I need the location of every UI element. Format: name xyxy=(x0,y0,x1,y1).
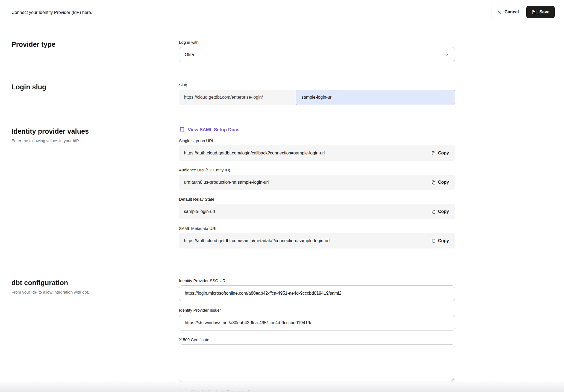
login-slug-heading: Login slug xyxy=(11,83,179,91)
cancel-button-label: Cancel xyxy=(504,10,519,14)
slug-url-prefix: https://cloud.getdbt.com/enterprise-logi… xyxy=(179,90,296,105)
provider-type-heading: Provider type xyxy=(11,40,179,48)
copy-saml-metadata-button[interactable]: Copy xyxy=(430,237,450,245)
provider-type-section: Provider type Log in with Okta xyxy=(11,40,564,62)
header-actions: Cancel Save xyxy=(492,6,555,18)
sign-authn-label: Sign SAML AuthnRequest xyxy=(191,390,244,392)
slug-field-group: https://cloud.getdbt.com/enterprise-logi… xyxy=(179,90,455,105)
saml-metadata-value: https://auth.cloud.getdbt.com/samlp/meta… xyxy=(184,238,330,243)
save-button-label: Save xyxy=(539,10,550,14)
copy-audience-uri-button[interactable]: Copy xyxy=(430,178,450,187)
certificate-label: X.509 Certificate xyxy=(179,337,455,342)
audience-uri-label: Audience URI (SP Entity ID) xyxy=(179,168,455,172)
login-with-label: Log in with xyxy=(179,40,455,45)
dbt-configuration-section: dbt configuration From your IdP to allow… xyxy=(11,278,564,392)
certificate-textarea[interactable] xyxy=(179,344,455,382)
idp-issuer-group: Identity Provider Issuer xyxy=(179,308,455,331)
help-icon[interactable] xyxy=(246,390,252,392)
save-button[interactable]: Save xyxy=(526,6,555,18)
sso-url-value: https://auth.cloud.getdbt.com/login/call… xyxy=(184,151,325,156)
identity-provider-values-section: Identity provider values Enter the follo… xyxy=(11,127,564,255)
slug-label: Slug xyxy=(179,83,455,87)
copy-icon xyxy=(431,209,436,214)
idp-sso-url-label: Identity Provider SSO URL xyxy=(179,278,455,283)
docs-link-label: View SAML Setup Docs xyxy=(188,127,239,133)
certificate-group: X.509 Certificate xyxy=(179,337,455,382)
audience-uri-field-group: Audience URI (SP Entity ID) urn:auth0:us… xyxy=(179,168,455,190)
idp-values-heading: Identity provider values xyxy=(11,127,179,135)
copy-icon xyxy=(431,151,436,156)
idp-sso-url-input[interactable] xyxy=(179,285,455,301)
saml-metadata-field-group: SAML Metadata URL https://auth.cloud.get… xyxy=(179,226,455,248)
copy-button-label: Copy xyxy=(438,151,449,156)
view-saml-setup-docs-link[interactable]: View SAML Setup Docs xyxy=(179,127,239,133)
copy-relay-state-button[interactable]: Copy xyxy=(430,207,450,216)
copy-button-label: Copy xyxy=(438,209,449,214)
relay-state-field-group: Default Relay State sample-login-url Cop… xyxy=(179,197,455,219)
dbt-configuration-subheading: From your IdP to allow integration with … xyxy=(11,290,179,294)
idp-values-subheading: Enter the following values in your IdP. xyxy=(11,138,179,143)
idp-issuer-label: Identity Provider Issuer xyxy=(179,308,455,312)
copy-button-label: Copy xyxy=(438,180,449,185)
page-description: Connect your Identity Provider (IdP) her… xyxy=(11,9,92,15)
sso-url-field: https://auth.cloud.getdbt.com/login/call… xyxy=(179,145,455,161)
idp-issuer-input[interactable] xyxy=(179,315,455,331)
sso-url-label: Single sign-on URL xyxy=(179,138,455,143)
header-bar: Connect your Identity Provider (IdP) her… xyxy=(0,0,564,18)
audience-uri-field: urn:auth0:us-production-mt:sample-login-… xyxy=(179,175,455,190)
copy-icon xyxy=(431,238,436,244)
relay-state-label: Default Relay State xyxy=(179,197,455,201)
audience-uri-value: urn:auth0:us-production-mt:sample-login-… xyxy=(184,180,269,185)
idp-sso-url-group: Identity Provider SSO URL xyxy=(179,278,455,301)
saml-metadata-label: SAML Metadata URL xyxy=(179,226,455,231)
copy-sso-url-button[interactable]: Copy xyxy=(430,149,450,157)
relay-state-field: sample-login-url Copy xyxy=(179,204,455,219)
login-slug-section: Login slug Slug https://cloud.getdbt.com… xyxy=(11,83,564,105)
provider-select[interactable]: Okta xyxy=(179,47,455,62)
saml-metadata-field: https://auth.cloud.getdbt.com/samlp/meta… xyxy=(179,233,455,248)
save-icon xyxy=(531,9,537,15)
copy-icon xyxy=(431,180,436,185)
close-icon xyxy=(497,10,502,15)
sso-url-field-group: Single sign-on URL https://auth.cloud.ge… xyxy=(179,138,455,161)
slug-input[interactable] xyxy=(296,90,455,105)
chevron-down-icon xyxy=(444,52,449,57)
relay-state-value: sample-login-url xyxy=(184,209,215,214)
sign-authn-row: Sign SAML AuthnRequest xyxy=(179,389,455,392)
cancel-button[interactable]: Cancel xyxy=(492,6,524,18)
dbt-configuration-heading: dbt configuration xyxy=(11,279,179,287)
docs-icon xyxy=(179,127,185,133)
sign-authn-checkbox[interactable] xyxy=(179,389,186,392)
copy-button-label: Copy xyxy=(438,238,449,243)
provider-select-value: Okta xyxy=(185,52,194,57)
